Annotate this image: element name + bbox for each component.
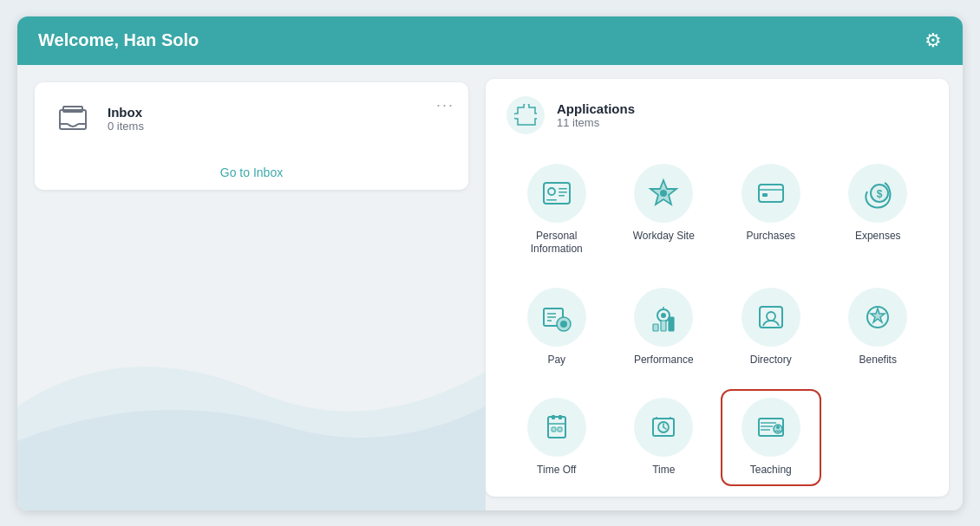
app-item-time-off[interactable]: Time Off [506, 389, 607, 486]
personal-information-icon-circle [527, 164, 586, 223]
inbox-card: Inbox 0 items ··· Go to Inbox [35, 82, 468, 190]
svg-point-28 [767, 312, 775, 321]
right-panel: Applications 11 items [486, 79, 949, 497]
svg-rect-25 [661, 321, 666, 331]
svg-rect-7 [559, 188, 567, 190]
svg-rect-6 [546, 199, 557, 201]
time-icon-circle [634, 398, 693, 457]
workday-site-icon-circle [634, 164, 693, 223]
apps-header-text: Applications 11 items [557, 101, 635, 129]
svg-point-22 [661, 313, 666, 318]
teaching-label: Teaching [750, 464, 792, 477]
app-item-expenses[interactable]: $ Expenses [828, 155, 929, 265]
expenses-label: Expenses [855, 230, 901, 244]
svg-point-10 [660, 190, 667, 197]
performance-label: Performance [634, 354, 694, 367]
gear-icon[interactable]: ⚙ [924, 29, 942, 52]
svg-rect-32 [559, 415, 562, 419]
header: Welcome, Han Solo ⚙ [17, 16, 963, 65]
svg-rect-24 [653, 324, 658, 331]
purchases-label: Purchases [746, 230, 795, 244]
app-item-time[interactable]: Time [614, 389, 715, 486]
inbox-title: Inbox [108, 105, 144, 120]
main-window: Welcome, Han Solo ⚙ [17, 16, 963, 510]
teaching-icon-circle [742, 398, 800, 457]
svg-point-5 [548, 188, 555, 195]
svg-rect-26 [669, 317, 674, 331]
svg-rect-34 [552, 427, 556, 432]
app-grid: PersonalInformation Workday Site [506, 155, 928, 486]
benefits-label: Benefits [859, 354, 897, 367]
inbox-more-icon[interactable]: ··· [436, 96, 454, 114]
performance-icon-circle [634, 288, 693, 347]
time-label: Time [652, 464, 675, 477]
svg-rect-31 [552, 415, 555, 419]
app-item-directory[interactable]: Directory [721, 279, 821, 376]
welcome-title: Welcome, Han Solo [38, 30, 199, 50]
applications-title: Applications [557, 101, 635, 116]
wave-decoration [17, 337, 486, 510]
app-item-teaching[interactable]: Teaching [721, 389, 821, 486]
benefits-icon-circle [848, 288, 907, 347]
svg-rect-35 [558, 427, 562, 432]
expenses-icon-circle: $ [848, 164, 907, 223]
inbox-count: 0 items [108, 120, 144, 133]
directory-label: Directory [750, 354, 792, 367]
pay-icon-circle [527, 288, 586, 347]
main-content: Inbox 0 items ··· Go to Inbox [17, 65, 963, 510]
time-off-icon-circle [527, 398, 586, 457]
puzzle-icon [506, 96, 545, 134]
goto-inbox-button[interactable]: Go to Inbox [35, 155, 468, 190]
app-item-purchases[interactable]: Purchases [721, 155, 821, 265]
inbox-icon [56, 101, 90, 136]
inbox-text: Inbox 0 items [108, 105, 144, 133]
app-item-performance[interactable]: Performance [614, 279, 715, 376]
app-item-personal-information[interactable]: PersonalInformation [506, 155, 607, 265]
svg-text:$: $ [877, 188, 883, 200]
purchases-icon-circle [742, 164, 800, 223]
time-off-label: Time Off [537, 464, 576, 477]
apps-header: Applications 11 items [506, 96, 928, 134]
svg-rect-8 [559, 192, 567, 193]
svg-rect-12 [762, 193, 768, 197]
svg-point-47 [776, 425, 780, 429]
applications-count: 11 items [557, 116, 635, 129]
left-panel: Inbox 0 items ··· Go to Inbox [17, 65, 486, 510]
svg-rect-9 [559, 195, 565, 197]
directory-icon-circle [742, 288, 800, 347]
app-item-pay[interactable]: Pay [506, 279, 607, 376]
workday-site-label: Workday Site [633, 230, 695, 244]
svg-rect-11 [759, 185, 783, 202]
pay-label: Pay [547, 354, 565, 367]
inbox-icon-wrap [52, 98, 94, 140]
inbox-inner: Inbox 0 items ··· [35, 82, 468, 155]
app-item-benefits[interactable]: Benefits [828, 279, 929, 376]
svg-point-17 [560, 321, 567, 328]
app-item-workday-site[interactable]: Workday Site [614, 155, 715, 265]
svg-rect-30 [548, 417, 565, 438]
personal-information-label: PersonalInformation [531, 230, 583, 257]
